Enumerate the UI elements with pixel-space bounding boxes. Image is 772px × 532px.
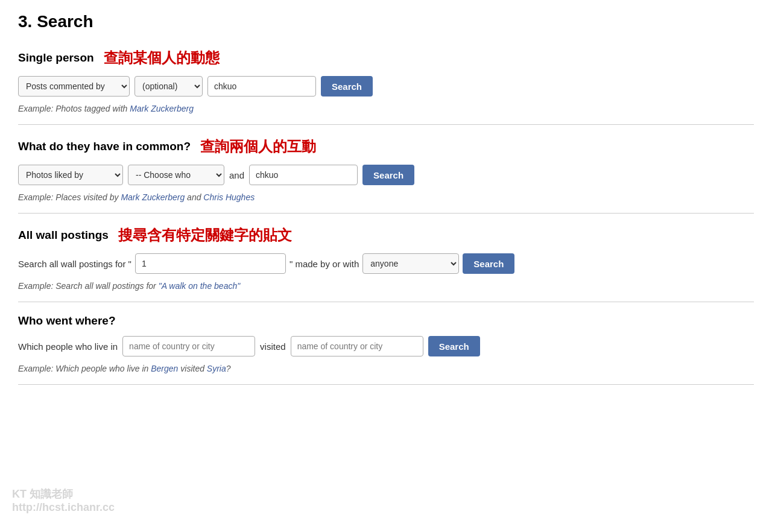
who-went-where-example: Example: Which people who live in Bergen… <box>18 364 754 373</box>
wall-made-by-select[interactable]: anyone me friends <box>362 253 459 274</box>
wall-postings-controls: Search all wall postings for " " made by… <box>18 253 754 274</box>
wall-search-button[interactable]: Search <box>463 253 514 274</box>
visited-input[interactable] <box>291 336 423 356</box>
common-header: What do they have in common? 查詢兩個人的互動 <box>18 137 754 156</box>
page-title: 3. Search <box>18 12 754 31</box>
bergen-link[interactable]: Bergen <box>151 364 178 373</box>
common-chinese: 查詢兩個人的互動 <box>200 137 316 156</box>
single-person-section: Single person 查詢某個人的動態 Posts commented b… <box>18 36 754 125</box>
common-controls: Photos liked by Places visited by Events… <box>18 165 754 185</box>
wall-search-input[interactable] <box>135 253 286 274</box>
who-went-where-section: Who went where? Which people who live in… <box>18 302 754 385</box>
chris-hughes-link[interactable]: Chris Hughes <box>203 192 255 202</box>
common-heading: What do they have in common? <box>18 140 191 153</box>
wall-postings-heading: All wall postings <box>18 229 109 242</box>
common-choose-select[interactable]: -- Choose who Mark Zuckerberg Chris Hugh… <box>128 165 224 185</box>
mark-zuckerberg-link-2[interactable]: Mark Zuckerberg <box>121 192 185 202</box>
common-section: What do they have in common? 查詢兩個人的互動 Ph… <box>18 125 754 214</box>
common-search-button[interactable]: Search <box>362 165 414 185</box>
who-went-where-heading: Who went where? <box>18 314 116 328</box>
common-example: Example: Places visited by Mark Zuckerbe… <box>18 192 754 202</box>
common-action-select[interactable]: Photos liked by Places visited by Events… <box>18 165 123 185</box>
common-person-input[interactable] <box>249 165 358 185</box>
wall-search-prefix: Search all wall postings for " <box>18 259 131 269</box>
single-person-heading: Single person <box>18 51 94 65</box>
live-in-input[interactable] <box>122 336 255 356</box>
who-went-where-controls: Which people who live in visited Search <box>18 336 754 356</box>
single-person-search-button[interactable]: Search <box>321 76 373 97</box>
single-person-name-input[interactable] <box>207 76 316 97</box>
single-person-controls: Posts commented by Photos liked by Place… <box>18 76 754 97</box>
wall-search-suffix: " made by or with <box>290 259 359 269</box>
visited-label: visited <box>260 341 286 352</box>
mark-zuckerberg-link-1[interactable]: Mark Zuckerberg <box>130 104 194 113</box>
wall-postings-header: All wall postings 搜尋含有特定關鍵字的貼文 <box>18 226 754 245</box>
who-went-where-search-button[interactable]: Search <box>428 336 480 356</box>
syria-link[interactable]: Syria <box>207 364 226 373</box>
wall-postings-example: Example: Search all wall postings for "A… <box>18 281 754 291</box>
who-went-where-header: Who went where? <box>18 314 754 328</box>
which-people-prefix: Which people who live in <box>18 341 118 352</box>
and-label: and <box>229 170 244 180</box>
wall-postings-chinese: 搜尋含有特定關鍵字的貼文 <box>118 226 292 245</box>
single-person-chinese: 查詢某個人的動態 <box>104 48 220 68</box>
walk-on-beach-link[interactable]: "A walk on the beach" <box>159 281 241 291</box>
single-person-action-select[interactable]: Posts commented by Photos liked by Place… <box>18 76 130 97</box>
single-person-optional-select[interactable]: (optional) with tagged <box>134 76 203 97</box>
single-person-example: Example: Photos tagged with Mark Zuckerb… <box>18 104 754 113</box>
wall-postings-section: All wall postings 搜尋含有特定關鍵字的貼文 Search al… <box>18 214 754 302</box>
single-person-header: Single person 查詢某個人的動態 <box>18 48 754 68</box>
